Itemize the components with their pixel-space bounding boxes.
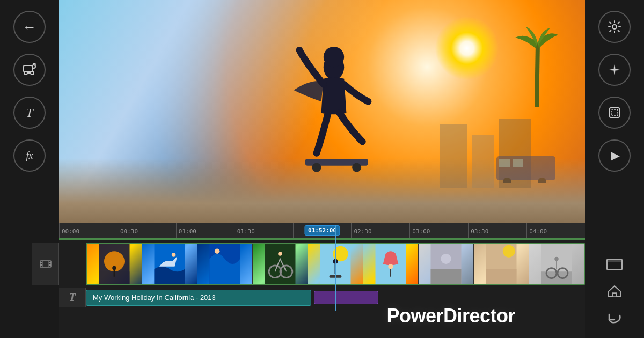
svg-point-2 [31, 71, 34, 75]
svg-rect-13 [440, 124, 467, 188]
svg-point-59 [554, 257, 559, 261]
thumb-8 [474, 244, 529, 284]
film-icon [39, 258, 52, 270]
ruler-mark-active: 01:52:00 [293, 223, 352, 240]
svg-rect-63 [611, 109, 618, 116]
window-button[interactable] [601, 255, 628, 274]
effects-button[interactable]: fx [13, 139, 46, 172]
home-icon [608, 285, 621, 298]
svg-rect-0 [24, 65, 32, 72]
thumb-6 [363, 244, 419, 284]
svg-point-51 [441, 254, 451, 264]
svg-rect-53 [486, 269, 517, 285]
timeline-ruler: 00:00 00:30 01:00 01:30 01:52:00 [59, 223, 585, 240]
ruler-mark-1: 00:30 [118, 223, 176, 240]
media-music-icon [22, 62, 37, 77]
main-layout: ← T fx [0, 0, 644, 338]
thumb-2 [142, 244, 197, 284]
playhead-line [335, 225, 336, 311]
sun-glow [435, 16, 499, 80]
ruler-mark-0: 00:00 [59, 223, 118, 240]
purple-clip[interactable] [314, 291, 378, 304]
svg-rect-50 [431, 269, 462, 285]
text-track-icon: T [69, 291, 75, 304]
svg-rect-21 [40, 261, 51, 267]
ruler-mark-6: 03:00 [409, 223, 468, 240]
ruler-mark-7: 03:30 [468, 223, 526, 240]
left-sidebar: ← T fx [0, 0, 59, 338]
undo-button[interactable] [601, 308, 628, 327]
skateboarder-figure [275, 21, 393, 193]
svg-point-4 [32, 65, 35, 68]
svg-rect-14 [472, 135, 494, 188]
svg-rect-18 [513, 159, 523, 167]
svg-point-36 [215, 249, 220, 254]
back-button[interactable]: ← [13, 11, 46, 43]
media-music-button[interactable] [13, 54, 46, 86]
center-area: 00:00 00:30 01:00 01:30 01:52:00 [59, 0, 585, 338]
gear-icon [608, 20, 621, 34]
home-button[interactable] [601, 282, 628, 300]
crop-icon [608, 106, 621, 120]
svg-rect-37 [265, 244, 296, 284]
ruler-mark-5: 02:30 [351, 223, 409, 240]
effects-icon: fx [26, 150, 33, 161]
logo-text: PowerDirector [386, 305, 515, 327]
svg-point-10 [352, 163, 361, 172]
undo-icon [607, 312, 622, 324]
svg-point-40 [278, 252, 282, 256]
text-clip-label: My Working Holiday In California - 2013 [93, 293, 216, 302]
svg-point-31 [112, 266, 116, 270]
thumb-9 [529, 244, 584, 284]
svg-point-1 [24, 71, 27, 75]
ruler-mark-8: 04:00 [526, 223, 585, 240]
text-clip[interactable]: My Working Holiday In California - 2013 [86, 290, 311, 306]
thumb-7 [419, 244, 474, 284]
ruler-mark-3: 01:30 [235, 223, 293, 240]
video-track-icon-area [32, 243, 59, 285]
window-icon [606, 259, 623, 270]
text-button[interactable]: T [13, 97, 46, 129]
svg-line-12 [537, 43, 538, 107]
text-track-icon-area: T [59, 288, 86, 307]
right-bottom-controls [601, 255, 628, 327]
svg-point-47 [388, 264, 393, 269]
thumb-3 [197, 244, 253, 284]
magic-icon [608, 63, 621, 77]
svg-rect-23 [40, 264, 42, 266]
text-track-row: T My Working Holiday In California - 201… [59, 288, 585, 307]
ruler-mark-2: 01:00 [176, 223, 235, 240]
settings-button[interactable] [598, 11, 631, 43]
bottom-section: T My Working Holiday In California - 201… [59, 240, 585, 338]
svg-rect-25 [49, 264, 51, 266]
play-button[interactable]: ▶ [598, 139, 631, 172]
svg-point-54 [503, 245, 515, 258]
powerdirector-logo: PowerDirector [386, 305, 515, 327]
svg-rect-24 [49, 262, 51, 263]
svg-point-34 [172, 253, 176, 257]
back-icon: ← [23, 19, 36, 35]
video-preview [59, 0, 585, 223]
right-sidebar: ▶ [585, 0, 644, 338]
thumb-1 [87, 244, 142, 284]
right-top-controls: ▶ [598, 11, 631, 172]
current-time-badge: 01:52:00 [304, 225, 340, 236]
play-icon: ▶ [611, 149, 620, 163]
svg-rect-22 [40, 262, 42, 263]
palm-tree [515, 0, 558, 107]
svg-point-11 [324, 47, 344, 67]
magic-button[interactable] [598, 54, 631, 86]
bus [494, 151, 558, 185]
svg-rect-17 [499, 159, 510, 167]
text-icon: T [26, 106, 33, 120]
video-track-container [59, 243, 585, 285]
thumb-4 [253, 244, 308, 284]
svg-point-9 [312, 163, 321, 172]
svg-rect-65 [607, 259, 622, 262]
svg-point-61 [612, 25, 617, 29]
crop-button[interactable] [598, 97, 631, 129]
